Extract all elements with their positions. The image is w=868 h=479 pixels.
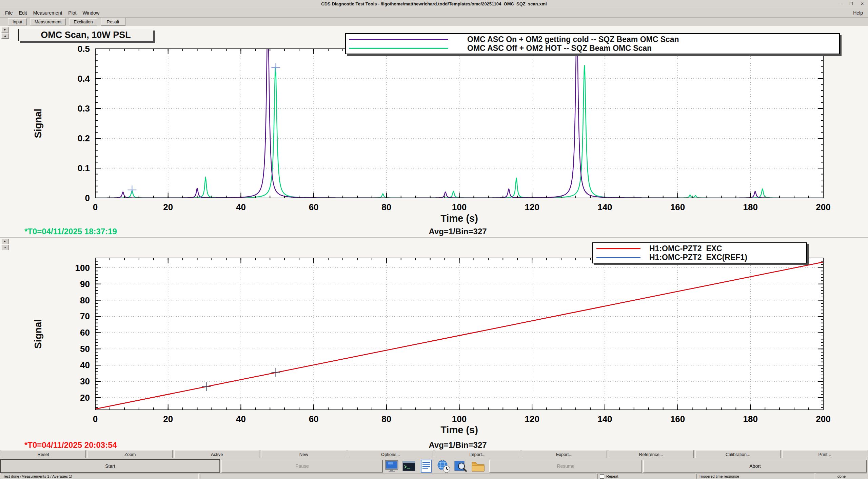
legend-entry: OMC ASC On + OM2 getting cold -- SQZ Bea… [349, 35, 836, 44]
minimize-button[interactable]: – [837, 0, 844, 7]
t0-label: *T0=04/11/2025 18:37:19 [24, 227, 117, 236]
pane-collapse-button[interactable]: ▴ [1, 33, 9, 39]
tab-measurement[interactable]: Measurement [30, 18, 66, 25]
globe-clock-icon[interactable] [436, 459, 451, 474]
document-list-icon[interactable] [419, 459, 434, 474]
start-button[interactable]: Start [1, 460, 220, 473]
y-axis-label: Signal [33, 108, 44, 138]
svg-text:70: 70 [80, 311, 90, 321]
legend-top: OMC ASC On + OM2 getting cold -- SQZ Bea… [345, 33, 840, 54]
status-mode: Triggered time response [696, 474, 814, 479]
svg-text:0.1: 0.1 [78, 163, 90, 173]
plot-canvas-top[interactable]: 02040608010012014016018020000.10.20.30.4… [0, 26, 868, 237]
svg-text:200: 200 [816, 202, 830, 212]
print-button[interactable]: Print... [782, 450, 867, 458]
tabbar: Input Measurement Excitation Result [0, 18, 868, 26]
import-button[interactable]: Import... [435, 450, 520, 458]
svg-text:80: 80 [381, 202, 391, 212]
svg-text:80: 80 [381, 414, 391, 424]
pause-button[interactable]: Pause [221, 460, 383, 473]
legend-bottom: H1:OMC-PZT2_EXC H1:OMC-PZT2_EXC(REF1) [592, 242, 807, 263]
folder-icon[interactable] [471, 459, 486, 474]
legend-swatch [596, 248, 640, 249]
reset-button[interactable]: Reset [1, 450, 86, 458]
avg-bin-label: Avg=1/Bin=327 [271, 227, 644, 236]
measurement-controls: Start Pause Resume Abort [0, 459, 868, 474]
svg-text:0: 0 [85, 193, 90, 203]
pane-expand-button[interactable]: ▸ [1, 27, 9, 33]
svg-text:90: 90 [80, 279, 90, 289]
magnifier-icon[interactable] [453, 459, 468, 474]
menu-item-help[interactable]: Help [850, 9, 866, 17]
maximize-button[interactable]: ❒ [848, 0, 855, 7]
svg-text:0.4: 0.4 [78, 74, 90, 84]
active-button[interactable]: Active [174, 450, 259, 458]
svg-text:20: 20 [80, 393, 90, 403]
avg-bin-label: Avg=1/Bin=327 [271, 440, 644, 450]
pane-controls-bottom: ▸ ▴ [1, 239, 9, 250]
close-icon: ✕ [861, 1, 864, 6]
svg-text:60: 60 [80, 327, 90, 338]
window-title: CDS Diagnostic Test Tools - /ligo/home/m… [0, 1, 868, 6]
svg-text:40: 40 [236, 414, 246, 424]
menu-item-edit[interactable]: Edit [16, 9, 30, 17]
zoom-button[interactable]: Zoom [87, 450, 173, 458]
options-button[interactable]: Options... [348, 450, 433, 458]
statusbar: Test done (Measurements 1 / Averages 1) … [0, 474, 868, 479]
legend-entry: OMC ASC Off + OM2 HOT -- SQZ Beam OMC Sc… [349, 44, 836, 53]
status-state: done [816, 474, 867, 479]
app-window: CDS Diagnostic Test Tools - /ligo/home/m… [0, 0, 868, 479]
svg-text:100: 100 [75, 263, 90, 273]
tab-excitation[interactable]: Excitation [69, 18, 97, 25]
menu-item-file[interactable]: File [2, 9, 16, 17]
menu-item-window[interactable]: Window [79, 9, 102, 17]
svg-text:30: 30 [80, 376, 90, 386]
svg-text:160: 160 [670, 202, 685, 212]
terminal-icon[interactable] [401, 459, 416, 474]
svg-text:100: 100 [452, 202, 467, 212]
legend-swatch [596, 257, 640, 258]
x-axis-label: Time (s) [95, 424, 823, 436]
status-repeat: Repeat [597, 474, 695, 479]
window-titlebar: CDS Diagnostic Test Tools - /ligo/home/m… [0, 0, 868, 8]
status-message: Test done (Measurements 1 / Averages 1) [1, 474, 199, 479]
minimize-icon: – [840, 1, 842, 6]
close-button[interactable]: ✕ [859, 0, 866, 7]
svg-text:0.3: 0.3 [78, 103, 90, 114]
status-spacer [200, 474, 596, 479]
menu-item-measurement[interactable]: Measurement [30, 9, 65, 17]
y-axis-label: Signal [33, 319, 44, 348]
svg-text:160: 160 [670, 414, 685, 424]
legend-label: OMC ASC Off + OM2 HOT -- SQZ Beam OMC Sc… [467, 44, 652, 53]
svg-text:100: 100 [452, 414, 467, 424]
legend-label: H1:OMC-PZT2_EXC [649, 244, 722, 253]
calibration-button[interactable]: Calibration... [695, 450, 781, 458]
new-button[interactable]: New [261, 450, 346, 458]
launcher-icons [384, 459, 486, 474]
repeat-checkbox[interactable] [600, 474, 604, 479]
svg-text:140: 140 [597, 414, 612, 424]
export-button[interactable]: Export... [522, 450, 607, 458]
reference-button[interactable]: Reference... [609, 450, 694, 458]
resume-button[interactable]: Resume [489, 460, 642, 473]
menu-item-plot[interactable]: Plot [65, 9, 79, 17]
plot-panel-bottom: 0204060801001201401601802002030405060708… [0, 237, 868, 450]
repeat-label: Repeat [606, 474, 618, 478]
plot-canvas-bottom[interactable]: 0204060801001201401601802002030405060708… [0, 238, 868, 450]
svg-text:120: 120 [525, 414, 539, 424]
pane-collapse-button[interactable]: ▴ [1, 245, 9, 250]
t0-label: *T0=04/11/2025 20:03:54 [24, 440, 117, 450]
tab-result[interactable]: Result [101, 18, 125, 26]
legend-swatch [349, 48, 448, 49]
monitor-icon[interactable] [384, 459, 399, 474]
svg-text:50: 50 [80, 344, 90, 354]
pane-expand-button[interactable]: ▸ [1, 239, 9, 244]
maximize-icon: ❒ [850, 1, 853, 6]
svg-text:180: 180 [743, 414, 758, 424]
window-controls: – ❒ ✕ [837, 0, 866, 7]
svg-text:180: 180 [743, 202, 758, 212]
svg-text:20: 20 [163, 202, 173, 212]
abort-button[interactable]: Abort [643, 460, 867, 473]
tab-input[interactable]: Input [8, 18, 27, 25]
legend-swatch [349, 39, 448, 40]
